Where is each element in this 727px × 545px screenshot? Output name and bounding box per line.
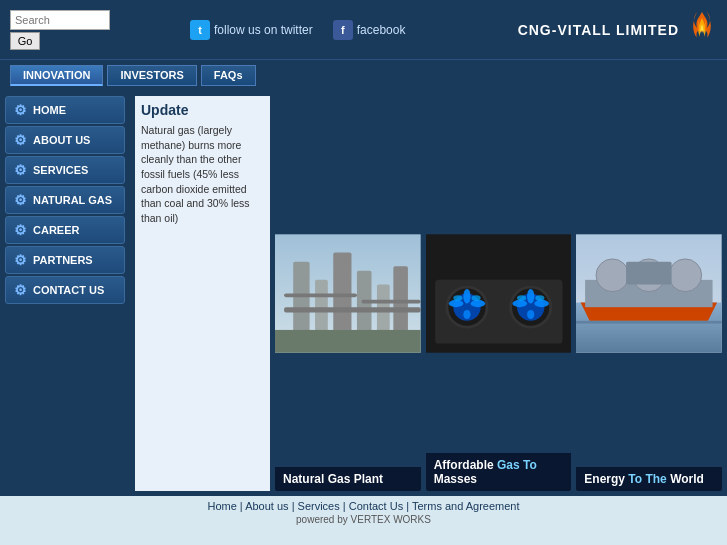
card-gm-suffix: Masses [434,472,477,486]
sidebar-item-contact[interactable]: ⚙ CONTACT US [5,276,125,304]
sidebar: ⚙ HOME ⚙ ABOUT US ⚙ SERVICES ⚙ NATURAL G… [0,91,130,496]
svg-rect-35 [626,262,672,285]
card-gm-prefix: Affordable [434,458,497,472]
main-content: ⚙ HOME ⚙ ABOUT US ⚙ SERVICES ⚙ NATURAL G… [0,91,727,496]
sidebar-item-home-label: HOME [33,104,66,116]
sidebar-item-about[interactable]: ⚙ ABOUT US [5,126,125,154]
svg-rect-7 [284,307,421,312]
svg-point-23 [527,289,534,304]
svg-point-15 [463,289,470,304]
svg-point-34 [669,259,702,292]
update-section: Update Natural gas (largely methane) bur… [135,96,722,491]
logo-area: CNG-VITALL LIMITED [518,10,717,50]
svg-point-19 [453,295,462,300]
twitter-label: follow us on twitter [214,23,313,37]
footer-about-link[interactable]: About us [245,500,288,512]
facebook-label: facebook [357,23,406,37]
sidebar-item-partners-label: PARTNERS [33,254,93,266]
sidebar-item-services-label: SERVICES [33,164,88,176]
sidebar-item-gas-label: NATURAL GAS [33,194,112,206]
sidebar-item-career-label: CAREER [33,224,79,236]
company-name: CNG-VITALL LIMITED [518,22,679,38]
sidebar-item-career[interactable]: ⚙ CAREER [5,216,125,244]
gear-icon-gas: ⚙ [14,192,27,208]
svg-rect-10 [275,330,421,353]
tab-investors[interactable]: INVESTORS [107,65,196,86]
search-area: Go [10,10,110,50]
image-cards: Natural Gas Plant [275,96,722,491]
footer: Home | About us | Services | Contact Us … [0,496,727,545]
footer-services-link[interactable]: Services [298,500,340,512]
footer-contact-link[interactable]: Contact Us [349,500,403,512]
svg-point-28 [535,295,544,300]
svg-point-16 [448,300,463,307]
card-gm-label: Affordable Gas To Masses [426,453,572,491]
sidebar-item-services[interactable]: ⚙ SERVICES [5,156,125,184]
card-gas-masses[interactable]: Affordable Gas To Masses [426,96,572,491]
facebook-icon: f [333,20,353,40]
twitter-icon: t [190,20,210,40]
gear-icon-partners: ⚙ [14,252,27,268]
footer-terms-link[interactable]: Terms and Agreement [412,500,520,512]
content-area: Update Natural gas (largely methane) bur… [130,91,727,496]
gear-icon-about: ⚙ [14,132,27,148]
header: Go t follow us on twitter f facebook CNG… [0,0,727,60]
svg-rect-9 [361,300,420,304]
sidebar-item-home[interactable]: ⚙ HOME [5,96,125,124]
sidebar-item-natural-gas[interactable]: ⚙ NATURAL GAS [5,186,125,214]
card-natural-gas-plant[interactable]: Natural Gas Plant [275,96,421,491]
social-area: t follow us on twitter f facebook [190,20,405,40]
svg-point-20 [471,295,480,300]
svg-rect-1 [293,262,309,335]
tab-nav: INNOVATION INVESTORS FAQs [0,60,727,91]
facebook-link[interactable]: f facebook [333,20,406,40]
gas-plant-illustration [275,96,421,491]
ship-illustration [576,96,722,491]
update-box: Update Natural gas (largely methane) bur… [135,96,270,491]
card-ngp-label: Natural Gas Plant [275,467,421,491]
svg-point-18 [463,310,470,319]
tab-innovation[interactable]: INNOVATION [10,65,103,86]
sidebar-item-partners[interactable]: ⚙ PARTNERS [5,246,125,274]
card-ew-highlight: To The [628,472,666,486]
gear-icon-career: ⚙ [14,222,27,238]
svg-point-24 [512,300,527,307]
tab-faqs[interactable]: FAQs [201,65,256,86]
go-button[interactable]: Go [10,32,40,50]
card-ew-label: Energy To The World [576,467,722,491]
twitter-link[interactable]: t follow us on twitter [190,20,313,40]
gear-icon-contact: ⚙ [14,282,27,298]
card-gm-highlight: Gas To [497,458,537,472]
search-input[interactable] [10,10,110,30]
svg-point-27 [517,295,526,300]
gear-icon-home: ⚙ [14,102,27,118]
footer-home-link[interactable]: Home [207,500,236,512]
flame-icon [687,10,717,50]
card-energy-world[interactable]: Energy To The World [576,96,722,491]
gear-icon-services: ⚙ [14,162,27,178]
sidebar-item-about-label: ABOUT US [33,134,90,146]
update-text: Natural gas (largely methane) burns more… [141,123,264,226]
svg-point-26 [527,310,534,319]
update-title: Update [141,102,264,118]
footer-powered: powered by VERTEX WORKS [4,514,723,525]
sidebar-item-contact-label: CONTACT US [33,284,104,296]
gas-burner-illustration [426,96,572,491]
card-ew-suffix: World [667,472,704,486]
svg-point-32 [596,259,629,292]
svg-point-17 [470,300,485,307]
svg-rect-36 [576,321,722,324]
svg-rect-8 [284,294,357,298]
footer-links: Home | About us | Services | Contact Us … [4,500,723,512]
card-ew-prefix: Energy [584,472,628,486]
svg-point-25 [534,300,549,307]
